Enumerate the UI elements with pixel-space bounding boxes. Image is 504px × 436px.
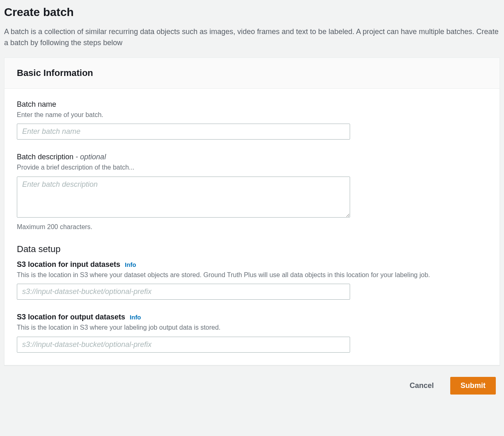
batch-description-hint: Provide a brief description of the batch… (17, 163, 487, 172)
input-location-hint: This is the location in S3 where your da… (17, 271, 487, 280)
data-setup-heading: Data setup (17, 244, 487, 255)
submit-button[interactable]: Submit (450, 377, 496, 395)
input-location-info-link[interactable]: Info (125, 261, 136, 268)
batch-description-group: Batch description - optional Provide a b… (17, 153, 487, 230)
input-location-group: S3 location for input datasets Info This… (17, 260, 487, 300)
panel-title: Basic Information (17, 68, 487, 78)
batch-description-label: Batch description - optional (17, 153, 487, 161)
batch-name-label: Batch name (17, 100, 487, 109)
output-location-label-row: S3 location for output datasets Info (17, 313, 487, 321)
output-location-info-link[interactable]: Info (130, 314, 141, 321)
output-location-input[interactable] (17, 337, 350, 353)
input-location-label: S3 location for input datasets (17, 260, 120, 268)
batch-description-input[interactable] (17, 177, 350, 218)
basic-information-panel: Basic Information Batch name Enter the n… (4, 57, 500, 365)
page-description: A batch is a collection of similar recur… (4, 26, 500, 48)
data-setup-section: Data setup S3 location for input dataset… (17, 244, 487, 353)
input-location-input[interactable] (17, 284, 350, 300)
button-row: Cancel Submit (4, 377, 500, 395)
panel-header: Basic Information (5, 58, 499, 89)
input-location-label-row: S3 location for input datasets Info (17, 260, 487, 269)
cancel-button[interactable]: Cancel (400, 377, 444, 395)
page-title: Create batch (4, 6, 500, 19)
batch-description-label-text: Batch description (17, 153, 73, 161)
batch-name-group: Batch name Enter the name of your batch. (17, 100, 487, 140)
output-location-label: S3 location for output datasets (17, 313, 125, 321)
batch-name-hint: Enter the name of your batch. (17, 110, 487, 119)
output-location-hint: This is the location in S3 where your la… (17, 323, 487, 332)
batch-description-constraint: Maximum 200 characters. (17, 223, 487, 231)
batch-description-optional: - optional (73, 153, 106, 161)
output-location-group: S3 location for output datasets Info Thi… (17, 313, 487, 352)
batch-name-input[interactable] (17, 124, 350, 140)
